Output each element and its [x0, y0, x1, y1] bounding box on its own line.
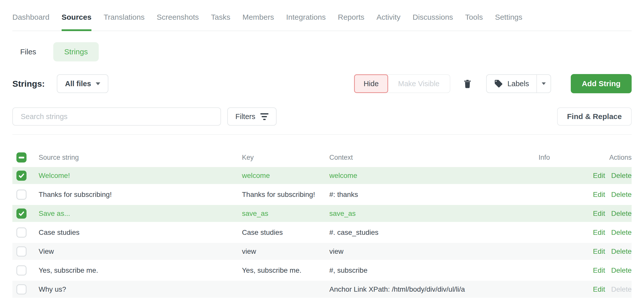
nav-item-dashboard[interactable]: Dashboard	[12, 13, 49, 31]
strings-toolbar: Strings: All files Hide Make Visible	[12, 74, 632, 93]
delete-link[interactable]: Delete	[611, 228, 632, 237]
edit-link[interactable]: Edit	[593, 172, 605, 180]
cell-context: view	[329, 247, 518, 256]
labels-button[interactable]: Labels	[487, 75, 536, 93]
cell-key: Case studies	[242, 228, 329, 237]
find-replace-button[interactable]: Find & Replace	[557, 107, 632, 126]
cell-source-string: Save as...	[39, 210, 242, 218]
delete-link[interactable]: Delete	[611, 210, 632, 218]
header-actions: Actions	[571, 154, 632, 161]
cell-source-string: Thanks for subscribing!	[39, 191, 242, 199]
indeterminate-icon	[19, 157, 24, 158]
nav-item-screenshots[interactable]: Screenshots	[157, 13, 199, 31]
cell-key: Thanks for subscribing!	[242, 191, 329, 199]
labels-button-label: Labels	[507, 80, 529, 88]
edit-link[interactable]: Edit	[593, 228, 605, 237]
chevron-down-icon	[542, 82, 546, 85]
nav-item-sources[interactable]: Sources	[62, 13, 91, 31]
chevron-down-icon	[96, 82, 100, 85]
row-checkbox[interactable]	[16, 265, 27, 275]
cell-source-string: Yes, subscribe me.	[39, 266, 242, 274]
cell-context: save_as	[329, 210, 518, 218]
cell-key: save_as	[242, 210, 329, 218]
toolbar-actions: Hide Make Visible Labels	[354, 74, 632, 93]
labels-dropdown-toggle[interactable]	[536, 75, 551, 93]
row-checkbox[interactable]	[16, 284, 27, 294]
top-navigation: Dashboard Sources Translations Screensho…	[12, 0, 632, 31]
cell-key: Yes, subscribe me.	[242, 266, 329, 274]
hide-button[interactable]: Hide	[354, 74, 388, 93]
nav-item-integrations[interactable]: Integrations	[286, 13, 326, 31]
tag-icon	[494, 79, 503, 88]
table-row: View view view Edit Delete	[12, 242, 632, 261]
strings-page: Dashboard Sources Translations Screensho…	[0, 0, 644, 299]
table-row: Why us? Anchor Link XPath: /html/body/di…	[12, 280, 632, 299]
edit-link[interactable]: Edit	[593, 247, 605, 256]
cell-context: #, subscribe	[329, 266, 518, 274]
section-divider	[12, 134, 632, 135]
tab-strings[interactable]: Strings	[53, 42, 98, 61]
row-checkbox[interactable]	[16, 227, 27, 238]
select-all-checkbox[interactable]	[16, 152, 27, 163]
file-filter-label: All files	[65, 80, 91, 88]
table-row: Yes, subscribe me. Yes, subscribe me. #,…	[12, 261, 632, 280]
delete-strings-button[interactable]	[459, 74, 476, 93]
search-row: Filters Find & Replace	[12, 107, 632, 126]
row-checkbox[interactable]	[16, 209, 27, 219]
cell-context: #: thanks	[329, 191, 518, 199]
cell-context: Anchor Link XPath: /html/body/div/div/ul…	[329, 285, 518, 293]
cell-key: view	[242, 247, 329, 256]
nav-item-members[interactable]: Members	[242, 13, 274, 31]
table-row: Welcome! welcome welcome Edit Delete	[12, 166, 632, 185]
page-title: Strings:	[12, 79, 45, 89]
cell-key: welcome	[242, 172, 329, 180]
cell-context: #. case_studies	[329, 228, 518, 237]
cell-source-string: Case studies	[39, 228, 242, 237]
check-icon	[18, 172, 25, 179]
filters-button-label: Filters	[235, 112, 255, 121]
cell-source-string: Welcome!	[39, 172, 242, 180]
add-string-button[interactable]: Add String	[571, 74, 632, 93]
cell-context: welcome	[329, 172, 518, 180]
edit-link[interactable]: Edit	[593, 191, 605, 199]
table-row: Case studies Case studies #. case_studie…	[12, 223, 632, 242]
delete-link[interactable]: Delete	[611, 266, 632, 274]
cell-source-string: Why us?	[39, 285, 242, 293]
nav-item-tasks[interactable]: Tasks	[211, 13, 230, 31]
edit-link[interactable]: Edit	[593, 285, 605, 293]
header-key: Key	[242, 154, 329, 161]
row-checkbox[interactable]	[16, 246, 27, 257]
header-context: Context	[329, 154, 518, 161]
nav-item-tools[interactable]: Tools	[465, 13, 483, 31]
edit-link[interactable]: Edit	[593, 266, 605, 274]
labels-button-group: Labels	[486, 74, 551, 93]
nav-item-reports[interactable]: Reports	[338, 13, 364, 31]
table-row: Save as... save_as save_as Edit Delete	[12, 204, 632, 223]
cell-source-string: View	[39, 247, 242, 256]
filters-button[interactable]: Filters	[227, 107, 277, 126]
table-row: Thanks for subscribing! Thanks for subsc…	[12, 185, 632, 204]
delete-link-disabled: Delete	[611, 285, 632, 293]
check-icon	[18, 210, 25, 217]
nav-item-settings[interactable]: Settings	[495, 13, 522, 31]
header-info: Info	[518, 154, 571, 161]
nav-item-activity[interactable]: Activity	[377, 13, 401, 31]
search-input[interactable]	[12, 107, 221, 126]
trash-icon	[462, 78, 473, 89]
filter-icon	[260, 113, 268, 120]
table-header: Source string Key Context Info Actions	[12, 149, 632, 166]
nav-item-discussions[interactable]: Discussions	[413, 13, 453, 31]
edit-link[interactable]: Edit	[593, 210, 605, 218]
make-visible-button[interactable]: Make Visible	[388, 75, 450, 93]
source-view-tabs: Files Strings	[12, 42, 632, 61]
tab-files[interactable]: Files	[20, 48, 36, 56]
header-source-string: Source string	[39, 154, 242, 161]
row-checkbox[interactable]	[16, 171, 27, 181]
nav-item-translations[interactable]: Translations	[104, 13, 144, 31]
row-checkbox[interactable]	[16, 190, 27, 200]
file-filter-dropdown[interactable]: All files	[57, 74, 108, 93]
delete-link[interactable]: Delete	[611, 172, 632, 180]
visibility-button-group: Hide Make Visible	[354, 74, 451, 93]
delete-link[interactable]: Delete	[611, 247, 632, 256]
delete-link[interactable]: Delete	[611, 191, 632, 199]
